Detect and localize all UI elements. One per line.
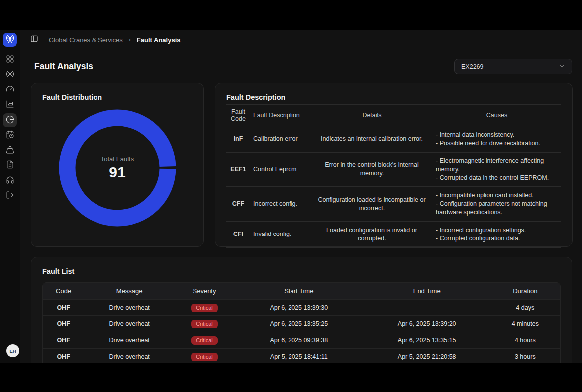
fault-code: OHF xyxy=(43,316,84,332)
duration: 4 minutes xyxy=(490,316,560,332)
gauge-icon xyxy=(6,85,14,95)
duration: 4 days xyxy=(490,300,560,316)
fault-description: Control Eeprom xyxy=(250,152,311,187)
fault-description: Calibration error xyxy=(250,126,311,153)
fault-code: OHF xyxy=(43,332,84,349)
app-frame: EH Global Cranes & Services › Fault Anal… xyxy=(0,30,582,363)
severity-badge: Critical xyxy=(191,353,218,361)
fault-causes: - Incompatible option card installed. - … xyxy=(433,187,561,222)
cause-line: - Internal data inconsistency. xyxy=(436,131,558,139)
end-time: Apr 6, 2025 13:35:15 xyxy=(364,332,490,349)
donut-center-label: Total Faults xyxy=(101,156,134,163)
sidebar-item-load[interactable] xyxy=(3,144,17,157)
top-cards-row: Fault Distribution Total Faults 91 Fault… xyxy=(31,83,572,247)
severity-badge: Critical xyxy=(191,336,218,345)
fault-code: InF xyxy=(226,126,250,153)
sidebar-item-fault-analysis[interactable] xyxy=(3,113,17,127)
start-time: Apr 6, 2025 13:35:25 xyxy=(234,316,364,332)
cause-line: - Electromagnetic interference affecting… xyxy=(436,157,558,174)
logout-icon xyxy=(6,191,14,201)
breadcrumb: Global Cranes & Services › Fault Analysi… xyxy=(49,36,181,44)
sidebar-item-support[interactable] xyxy=(3,174,17,188)
fault-description: Incorrect config. xyxy=(250,187,311,222)
page-title: Fault Analysis xyxy=(34,61,93,72)
start-time: Apr 6, 2025 13:39:30 xyxy=(234,300,364,316)
fault-code: OHF xyxy=(43,300,84,316)
app-logo[interactable] xyxy=(3,33,17,47)
severity-badge: Critical xyxy=(191,320,218,328)
device-select-dropdown[interactable]: EX2269 xyxy=(454,59,572,74)
severity-badge: Critical xyxy=(191,304,218,312)
pie-chart-icon xyxy=(6,115,14,126)
fault-details: Indicates an internal calibration error. xyxy=(311,126,433,153)
severity-cell: Critical xyxy=(175,349,234,364)
fault-list-table-wrap: Code Message Severity Start Time End Tim… xyxy=(42,282,561,363)
cause-line: - Possible need for drive recalibration. xyxy=(436,139,558,148)
weight-icon xyxy=(6,146,14,156)
fault-description-title: Fault Description xyxy=(226,93,561,101)
end-time: — xyxy=(364,300,490,316)
severity-cell: Critical xyxy=(175,332,234,349)
duration: 3 hours xyxy=(490,349,560,364)
fault-message: Drive overheat xyxy=(84,332,175,349)
severity-cell: Critical xyxy=(175,300,234,316)
table-header-row: Code Message Severity Start Time End Tim… xyxy=(43,283,560,300)
sidebar-nav xyxy=(3,53,17,204)
fault-causes: - Incorrect configuration settings. - Co… xyxy=(433,222,561,248)
fault-code: CFF xyxy=(226,187,250,222)
headset-icon xyxy=(6,176,14,186)
radio-tower-icon xyxy=(6,35,14,45)
donut-center-value: 91 xyxy=(109,164,125,181)
sidebar-item-area-chart[interactable] xyxy=(3,98,17,112)
start-time: Apr 6, 2025 09:39:38 xyxy=(234,332,364,349)
table-row[interactable]: OHF Drive overheat Critical Apr 6, 2025 … xyxy=(43,300,560,316)
column-header-end-time: End Time xyxy=(364,283,490,300)
breadcrumb-separator-icon: › xyxy=(129,36,131,43)
fault-message: Drive overheat xyxy=(84,316,175,332)
column-header-start-time: Start Time xyxy=(234,283,364,300)
chevron-down-icon xyxy=(559,62,565,71)
column-header-causes: Causes xyxy=(433,105,561,126)
table-row[interactable]: OHF Drive overheat Critical Apr 5, 2025 … xyxy=(43,349,560,364)
table-row: CFI Invalid config. Loaded configuration… xyxy=(226,222,561,248)
end-time: Apr 5, 2025 21:20:58 xyxy=(364,349,490,364)
area-chart-icon xyxy=(6,100,14,110)
fault-distribution-title: Fault Distribution xyxy=(42,93,193,101)
broadcast-icon xyxy=(6,70,14,80)
document-icon xyxy=(6,160,14,171)
fault-causes: - Electromagnetic interference affecting… xyxy=(433,152,561,187)
cause-line: - Incompatible option card installed. xyxy=(436,191,558,200)
table-row: CFF Incorrect config. Configuration load… xyxy=(226,187,561,222)
fault-list-title: Fault List xyxy=(42,267,561,275)
fault-distribution-donut-chart[interactable]: Total Faults 91 xyxy=(59,109,176,227)
fault-distribution-card: Fault Distribution Total Faults 91 xyxy=(31,83,204,247)
fault-details: Loaded configuration is invalid or corru… xyxy=(311,222,433,248)
fault-list-table: Code Message Severity Start Time End Tim… xyxy=(43,283,560,363)
user-avatar[interactable]: EH xyxy=(6,344,19,357)
sidebar-item-logout[interactable] xyxy=(3,189,17,203)
sidebar-item-schedule[interactable] xyxy=(3,129,17,143)
fault-message: Drive overheat xyxy=(84,349,175,364)
column-header-duration: Duration xyxy=(490,283,560,300)
sidebar-item-reports[interactable] xyxy=(3,159,17,173)
page-header: Fault Analysis EX2269 xyxy=(20,50,582,74)
sidebar-toggle-button[interactable] xyxy=(30,35,39,44)
duration: 4 hours xyxy=(490,332,560,349)
start-time: Apr 5, 2025 18:41:11 xyxy=(234,349,364,364)
cause-line: - Corrupted data in the control EEPROM. xyxy=(436,174,558,182)
sidebar-item-gauge[interactable] xyxy=(3,83,17,97)
table-row[interactable]: OHF Drive overheat Critical Apr 6, 2025 … xyxy=(43,316,560,332)
cause-line: - Configuration parameters not matching … xyxy=(436,200,558,217)
sidebar-item-dashboard[interactable] xyxy=(3,53,17,67)
fault-code: EEF1 xyxy=(226,152,250,187)
column-header-message: Message xyxy=(84,283,175,300)
column-header-fault-code: Fault Code xyxy=(226,105,250,126)
breadcrumb-root-link[interactable]: Global Cranes & Services xyxy=(49,36,123,44)
table-row: EEF1 Control Eeprom Error in the control… xyxy=(226,152,561,187)
end-time: Apr 6, 2025 13:39:20 xyxy=(364,316,490,332)
table-row[interactable]: OHF Drive overheat Critical Apr 6, 2025 … xyxy=(43,332,560,349)
column-header-details: Details xyxy=(311,105,433,126)
column-header-severity: Severity xyxy=(175,283,234,300)
cause-line: - Incorrect configuration settings. xyxy=(436,226,558,235)
sidebar-item-broadcast[interactable] xyxy=(3,68,17,82)
